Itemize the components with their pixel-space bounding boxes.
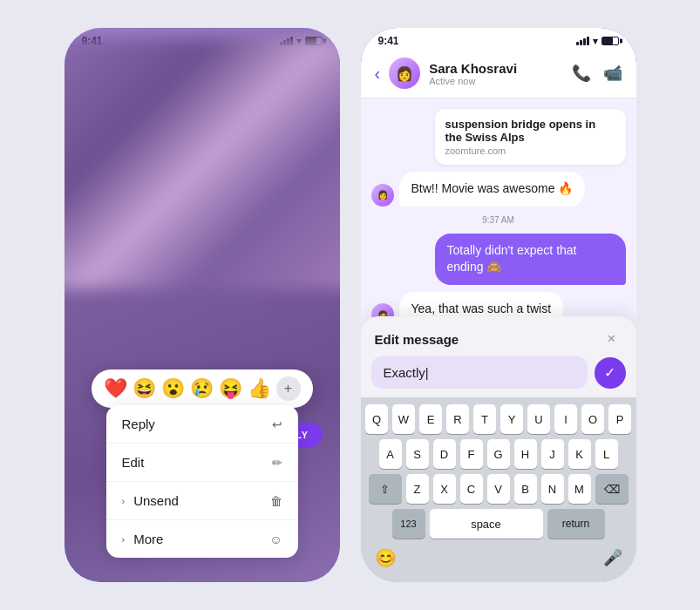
key-a[interactable]: A (379, 439, 402, 469)
delete-key[interactable]: ⌫ (595, 474, 629, 504)
contact-status: Active now (429, 76, 562, 86)
edit-input-field[interactable] (371, 356, 588, 389)
message-bubble-incoming-1: Btw!! Movie was awesome 🔥 (399, 172, 586, 207)
menu-label-more: More (133, 532, 163, 546)
key-c[interactable]: C (460, 474, 483, 504)
key-q[interactable]: Q (365, 404, 388, 434)
keyboard[interactable]: Q W E R T Y U I O P A S D F G (361, 397, 636, 582)
chat-header: ‹ 👩 Sara Khosravi Active now 📞 📹 (361, 51, 636, 98)
edit-panel: Edit message × ✓ Q W E R T Y U (361, 316, 636, 582)
edit-title: Edit message (375, 332, 459, 347)
emoji-heart[interactable]: ❤️ (104, 377, 127, 400)
unsend-arrow: › (122, 496, 126, 506)
trash-icon: 🗑 (270, 494, 282, 508)
key-j[interactable]: J (541, 439, 564, 469)
incoming-message-1: 👩 Btw!! Movie was awesome 🔥 (371, 172, 626, 207)
more-arrow: › (122, 534, 126, 545)
key-i[interactable]: I (554, 404, 577, 434)
checkmark-icon: ✓ (604, 364, 615, 381)
reply-icon: ↩ (272, 417, 282, 431)
menu-label-unsend: Unsend (133, 493, 179, 508)
numbers-key[interactable]: 123 (392, 509, 425, 539)
key-u[interactable]: U (527, 404, 550, 434)
phone-icon[interactable]: 📞 (572, 64, 591, 83)
link-title: suspension bridge opens in the Swiss Alp… (445, 118, 615, 144)
video-icon[interactable]: 📹 (603, 64, 622, 83)
emoji-wow[interactable]: 😮 (161, 377, 185, 400)
key-p[interactable]: P (608, 404, 631, 434)
return-key[interactable]: return (547, 509, 605, 539)
header-actions: 📞 📹 (572, 64, 622, 83)
keyboard-row-3: ⇧ Z X C V B N M ⌫ (364, 474, 633, 504)
contact-name: Sara Khosravi (429, 61, 562, 76)
key-y[interactable]: Y (500, 404, 523, 434)
key-d[interactable]: D (433, 439, 456, 469)
space-key[interactable]: space (430, 509, 543, 539)
menu-item-reply[interactable]: Reply ↩ (106, 405, 298, 444)
more-icon: ☺ (269, 532, 282, 546)
message-text-1: Btw!! Movie was awesome 🔥 (411, 181, 574, 195)
key-t[interactable]: T (473, 404, 496, 434)
menu-item-unsend[interactable]: › Unsend 🗑 (106, 482, 298, 520)
edit-icon: ✏ (272, 456, 282, 470)
key-n[interactable]: N (541, 474, 564, 504)
emoji-tongue[interactable]: 😝 (219, 377, 242, 400)
keyboard-row-1: Q W E R T Y U I O P (364, 404, 633, 434)
right-phone: 9:41 ▾ ‹ 👩 Sara Khosravi (359, 26, 638, 584)
shift-key[interactable]: ⇧ (369, 474, 402, 504)
microphone-key[interactable]: 🎤 (596, 545, 629, 571)
emoji-cry[interactable]: 😢 (190, 377, 214, 400)
key-v[interactable]: V (487, 474, 510, 504)
emoji-key[interactable]: 😊 (368, 544, 404, 572)
menu-item-more[interactable]: › More ☺ (106, 520, 298, 558)
keyboard-row-4: 123 space return (364, 509, 633, 539)
emoji-thumbs[interactable]: 👍 (248, 377, 271, 400)
key-m[interactable]: M (568, 474, 591, 504)
key-k[interactable]: K (568, 439, 591, 469)
menu-label-edit: Edit (122, 455, 145, 470)
message-bubble-outgoing: Totally didn't expect that ending 🙈 (435, 234, 626, 285)
message-time: 9:37 AM (371, 215, 626, 225)
small-avatar-1: 👩 (371, 184, 394, 207)
menu-item-edit[interactable]: Edit ✏ (106, 444, 298, 482)
close-button[interactable]: × (601, 329, 622, 349)
emoji-laugh[interactable]: 😆 (133, 377, 156, 400)
message-text-outgoing: Totally didn't expect that ending 🙈 (447, 243, 577, 274)
wifi-icon-right: ▾ (593, 36, 598, 47)
contact-info: Sara Khosravi Active now (429, 61, 562, 86)
context-menu: Reply ↩ Edit ✏ › Unsend 🗑 › More ☺ (106, 405, 298, 558)
contact-avatar: 👩 (389, 58, 420, 89)
status-bar-right: 9:41 ▾ (361, 28, 636, 51)
key-s[interactable]: S (406, 439, 429, 469)
keyboard-bottom-row: 😊 🎤 (364, 544, 633, 575)
link-preview-message: suspension bridge opens in the Swiss Alp… (435, 109, 626, 165)
keyboard-row-2: A S D F G H J K L (364, 439, 633, 469)
key-z[interactable]: Z (406, 474, 429, 504)
key-h[interactable]: H (514, 439, 537, 469)
key-b[interactable]: B (514, 474, 537, 504)
key-r[interactable]: R (446, 404, 469, 434)
message-text-2: Yea, that was such a twist (411, 302, 552, 315)
key-o[interactable]: O (581, 404, 604, 434)
key-e[interactable]: E (419, 404, 442, 434)
key-w[interactable]: W (392, 404, 415, 434)
link-url: zoomture.com (445, 146, 615, 156)
menu-label-reply: Reply (122, 417, 155, 431)
edit-input-row: ✓ (361, 356, 636, 397)
emoji-bar[interactable]: ❤️ 😆 😮 😢 😝 👍 + (92, 369, 313, 408)
blurred-photo (65, 39, 340, 288)
battery-icon-right (601, 37, 619, 45)
signal-bars-right (576, 37, 589, 45)
key-l[interactable]: L (595, 439, 618, 469)
time-right: 9:41 (378, 35, 399, 47)
key-g[interactable]: G (487, 439, 510, 469)
key-f[interactable]: F (460, 439, 483, 469)
key-x[interactable]: X (433, 474, 456, 504)
left-phone: 9:41 ▾ ❤️ 😆 😮 😢 😝 👍 (63, 26, 342, 584)
edit-send-button[interactable]: ✓ (595, 357, 626, 389)
edit-header: Edit message × (361, 316, 636, 356)
back-button[interactable]: ‹ (375, 64, 381, 84)
emoji-plus-button[interactable]: + (276, 376, 301, 401)
